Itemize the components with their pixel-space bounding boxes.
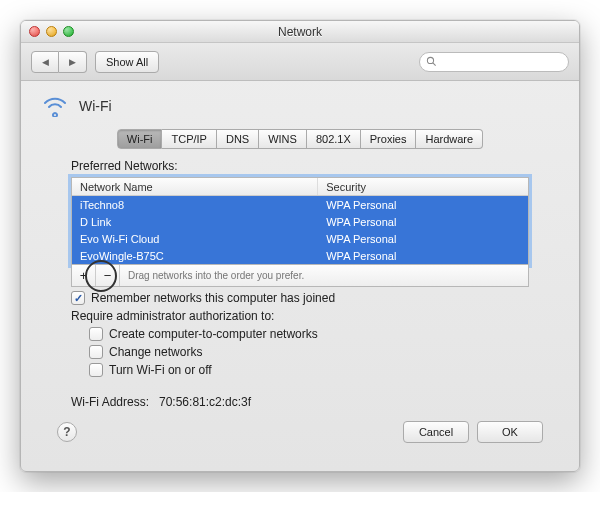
opt-toggle-checkbox[interactable] <box>89 363 103 377</box>
table-row[interactable]: iTechno8 WPA Personal <box>72 196 528 213</box>
cell-name: D Link <box>72 213 318 230</box>
advanced-sheet: Wi-Fi Wi-Fi TCP/IP DNS WINS 802.1X Proxi… <box>21 81 579 471</box>
forward-button[interactable]: ▶ <box>59 51 87 73</box>
table-row[interactable]: Evo Wi-Fi Cloud WPA Personal <box>72 230 528 247</box>
svg-line-1 <box>433 63 436 66</box>
remember-networks-label: Remember networks this computer has join… <box>91 291 335 305</box>
nav-back-forward: ◀ ▶ <box>31 51 87 73</box>
tab-dns[interactable]: DNS <box>217 129 259 149</box>
tab-wifi[interactable]: Wi-Fi <box>117 129 163 149</box>
opt-create-checkbox[interactable] <box>89 327 103 341</box>
titlebar: Network <box>21 21 579 43</box>
require-admin-label: Require administrator authorization to: <box>71 309 529 323</box>
back-button[interactable]: ◀ <box>31 51 59 73</box>
search-field[interactable] <box>419 52 569 72</box>
cancel-button[interactable]: Cancel <box>403 421 469 443</box>
sheet-footer: ? Cancel OK <box>41 409 559 457</box>
table-row[interactable]: EvoWingle-B75C WPA Personal <box>72 247 528 264</box>
tab-hardware[interactable]: Hardware <box>416 129 483 149</box>
network-preferences-window: Network ◀ ▶ Show All Wi-Fi Wi-Fi TCP/IP … <box>20 20 580 472</box>
wifi-address-value: 70:56:81:c2:dc:3f <box>159 395 251 409</box>
sheet-title: Wi-Fi <box>79 98 112 114</box>
table-row[interactable]: D Link WPA Personal <box>72 213 528 230</box>
table-footer: + − Drag networks into the order you pre… <box>71 265 529 287</box>
tab-8021x[interactable]: 802.1X <box>307 129 361 149</box>
tab-proxies[interactable]: Proxies <box>361 129 417 149</box>
cell-name: iTechno8 <box>72 196 318 213</box>
table-header: Network Name Security <box>72 178 528 196</box>
chevron-left-icon: ◀ <box>42 57 49 67</box>
drag-hint: Drag networks into the order you prefer. <box>120 270 304 281</box>
cell-security: WPA Personal <box>318 230 528 247</box>
preferred-networks-table[interactable]: Network Name Security iTechno8 WPA Perso… <box>71 177 529 265</box>
ok-button[interactable]: OK <box>477 421 543 443</box>
wifi-tab-content: Preferred Networks: Network Name Securit… <box>41 159 559 409</box>
opt-create-label: Create computer-to-computer networks <box>109 327 318 341</box>
opt-create-row: Create computer-to-computer networks <box>89 327 529 341</box>
cell-name: Evo Wi-Fi Cloud <box>72 230 318 247</box>
wifi-address-row: Wi-Fi Address: 70:56:81:c2:dc:3f <box>71 395 529 409</box>
remove-network-button[interactable]: − <box>96 265 120 286</box>
opt-change-label: Change networks <box>109 345 202 359</box>
sheet-header: Wi-Fi <box>41 91 559 125</box>
opt-toggle-row: Turn Wi-Fi on or off <box>89 363 529 377</box>
toolbar: ◀ ▶ Show All <box>21 43 579 81</box>
svg-point-0 <box>427 57 433 63</box>
cell-name: EvoWingle-B75C <box>72 247 318 264</box>
opt-change-row: Change networks <box>89 345 529 359</box>
col-network-name[interactable]: Network Name <box>72 178 318 195</box>
help-button[interactable]: ? <box>57 422 77 442</box>
tab-bar: Wi-Fi TCP/IP DNS WINS 802.1X Proxies Har… <box>41 129 559 149</box>
add-network-button[interactable]: + <box>72 265 96 286</box>
remember-networks-row: Remember networks this computer has join… <box>71 291 529 305</box>
col-security[interactable]: Security <box>318 178 528 195</box>
search-icon <box>426 56 437 67</box>
wifi-icon <box>41 95 69 117</box>
remember-networks-checkbox[interactable] <box>71 291 85 305</box>
window-title: Network <box>21 25 579 39</box>
opt-change-checkbox[interactable] <box>89 345 103 359</box>
cell-security: WPA Personal <box>318 196 528 213</box>
tab-wins[interactable]: WINS <box>259 129 307 149</box>
opt-toggle-label: Turn Wi-Fi on or off <box>109 363 212 377</box>
cell-security: WPA Personal <box>318 213 528 230</box>
show-all-button[interactable]: Show All <box>95 51 159 73</box>
preferred-networks-label: Preferred Networks: <box>71 159 529 173</box>
chevron-right-icon: ▶ <box>69 57 76 67</box>
wifi-address-label: Wi-Fi Address: <box>71 395 149 409</box>
tab-tcpip[interactable]: TCP/IP <box>162 129 216 149</box>
cell-security: WPA Personal <box>318 247 528 264</box>
